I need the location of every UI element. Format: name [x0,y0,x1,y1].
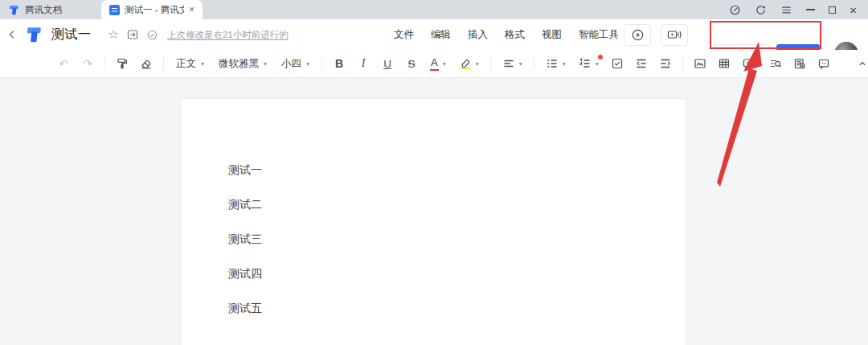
bold-button[interactable]: B [329,53,350,74]
strikethrough-button[interactable]: S [401,53,422,74]
menu-file[interactable]: 文件 [394,28,414,42]
format-painter-button[interactable] [112,53,133,74]
paragraph[interactable]: 测试二 [181,198,686,212]
tencent-docs-logo-icon[interactable] [25,26,43,43]
menu-hamburger-icon[interactable] [780,4,792,16]
underline-button[interactable]: U [377,53,398,74]
paragraph[interactable]: 测试三 [181,232,686,246]
font-size-dropdown[interactable]: 小四 ▾ [276,53,315,74]
collapse-toolbar-button[interactable] [852,53,868,74]
menu-insert[interactable]: 插入 [468,28,488,42]
tab-label: 测试一 - 腾讯文档 [125,4,184,16]
clear-format-eraser-button[interactable] [136,53,157,74]
last-modified-status[interactable]: 上次修改是在21小时前进行的 [167,29,289,41]
browser-tab-bar: 腾讯文档 测试一 - 腾讯文档 × × [0,0,868,19]
highlighter-icon [459,57,472,70]
undo-button[interactable]: ↶ [53,53,74,74]
numbered-list-dropdown[interactable]: ▾ [574,53,604,74]
close-tab-icon[interactable]: × [189,5,194,14]
chevron-down-icon: ▾ [563,60,566,68]
font-color-button[interactable]: A ▾ [425,53,451,74]
minimize-icon[interactable] [806,9,815,10]
chevron-down-icon: ▾ [264,60,267,68]
divider [534,57,534,70]
tab-label: 腾讯文档 [25,4,62,16]
checklist-button[interactable] [607,53,628,74]
header-tools-group [613,19,688,50]
menu-bar: 文件 编辑 插入 格式 视图 智能工具 [394,19,619,50]
document-icon [109,5,120,15]
translate-notes-button[interactable] [789,53,810,74]
align-dropdown[interactable]: ▾ [497,53,527,74]
divider [163,57,164,70]
divider [490,57,491,70]
align-left-icon [502,57,515,70]
highlight-color-button[interactable]: ▾ [454,53,484,74]
chevron-down-icon: ▾ [476,60,479,68]
menu-edit[interactable]: 编辑 [431,28,451,42]
header-left-group: 测试一 ☆ 上次修改是在21小时前进行的 [6,19,289,50]
chevron-down-icon: ▾ [443,60,446,68]
insert-comment-button[interactable] [738,53,759,74]
menu-view[interactable]: 视图 [542,28,562,42]
divider [613,28,614,41]
chevron-down-icon: ▾ [519,60,522,68]
chevron-down-icon: ▾ [596,60,599,68]
divider [104,57,105,70]
redo-button[interactable]: ↷ [77,53,98,74]
italic-button[interactable]: I [353,53,374,74]
bullet-list-dropdown[interactable]: ▾ [541,53,571,74]
window-controls: × [729,0,868,19]
refresh-icon[interactable] [755,4,767,16]
menu-format[interactable]: 格式 [505,28,525,42]
present-button[interactable] [624,24,651,46]
favorite-star-icon[interactable]: ☆ [108,27,119,42]
tab-current-document[interactable]: 测试一 - 腾讯文档 × [101,0,203,19]
tencent-docs-logo-icon [8,4,20,16]
chevron-down-icon: ▾ [201,60,204,68]
bullet-list-icon [546,57,559,70]
new-feature-badge [598,55,603,60]
back-icon[interactable] [6,29,18,40]
document-page[interactable]: 测试一 测试二 测试三 测试四 测试五 [180,98,686,345]
font-family-dropdown[interactable]: 微软雅黑 ▾ [213,53,272,74]
divider [682,57,683,70]
maximize-icon[interactable] [829,6,836,14]
history-icon[interactable] [729,4,741,16]
find-replace-button[interactable] [765,53,786,74]
paragraph[interactable]: 测试五 [181,302,686,315]
format-toolbar: ↶ ↷ 正文 ▾ 微软雅黑 ▾ 小四 ▾ B I U S A ▾ ▾ ▾ ▾ ▾ [0,50,868,78]
move-to-folder-icon[interactable] [126,28,139,41]
insert-image-button[interactable] [690,53,710,74]
paragraph[interactable]: 测试四 [181,267,686,281]
saved-status-icon [146,29,158,41]
comments-panel-button[interactable] [813,53,834,74]
document-title: 测试一 [51,27,92,43]
read-aloud-button[interactable] [661,24,688,46]
decrease-indent-button[interactable] [631,53,652,74]
chevron-down-icon: ▾ [306,60,309,68]
close-window-icon[interactable]: × [850,4,857,16]
document-header: 测试一 ☆ 上次修改是在21小时前进行的 文件 编辑 插入 格式 视图 智能工具… [0,19,868,50]
document-canvas: 测试一 测试二 测试三 测试四 测试五 [0,78,868,345]
increase-indent-button[interactable] [655,53,676,74]
paragraph[interactable]: 测试一 [181,163,686,177]
paragraph-style-dropdown[interactable]: 正文 ▾ [170,53,210,74]
insert-table-button[interactable] [714,53,735,74]
divider [321,57,322,70]
tab-tencent-docs-home[interactable]: 腾讯文档 [0,0,96,19]
numbered-list-icon [579,57,592,70]
